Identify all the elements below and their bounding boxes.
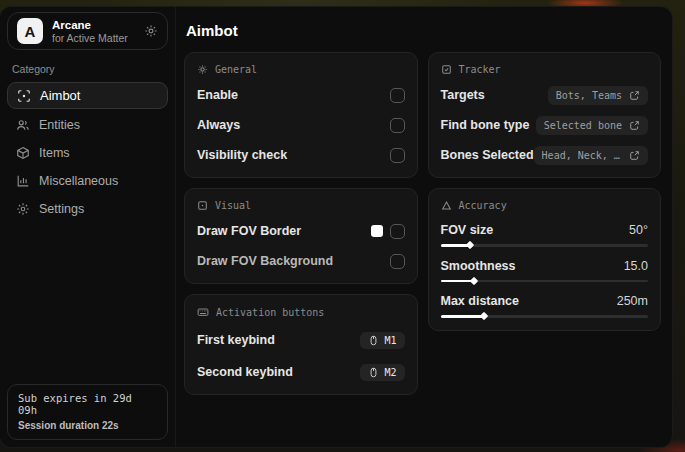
app-subtitle: for Active Matter bbox=[52, 32, 128, 44]
keyboard-icon bbox=[197, 306, 209, 318]
general-card-header: General bbox=[197, 62, 405, 75]
always-checkbox[interactable] bbox=[390, 118, 405, 133]
main-content: Aimbot General bbox=[176, 7, 672, 447]
slider-value: 250m bbox=[617, 294, 648, 308]
sidebar: A Arcane for Active Matter Category bbox=[0, 7, 176, 447]
bones-selected-dropdown[interactable]: Head, Neck, Body, Pe.. bbox=[534, 146, 648, 165]
setting-row-targets: Targets Bots, Teams bbox=[441, 85, 649, 105]
first-keybind-button[interactable]: M1 bbox=[360, 332, 404, 349]
setting-row-fov-size: FOV size 50° bbox=[441, 223, 649, 247]
setting-row-find-bone-type: Find bone type Selected bone bbox=[441, 115, 649, 135]
slider-thumb[interactable] bbox=[469, 277, 477, 285]
frame-icon bbox=[197, 200, 208, 211]
smoothness-slider[interactable] bbox=[441, 280, 649, 283]
page-title: Aimbot bbox=[186, 22, 661, 39]
tracker-icon bbox=[441, 64, 452, 75]
sidebar-item-label: Miscellaneous bbox=[39, 174, 118, 188]
setting-label: Max distance bbox=[441, 294, 520, 308]
game-background: A Arcane for Active Matter Category bbox=[0, 0, 685, 452]
keybind-value: M1 bbox=[384, 335, 396, 346]
content-columns: General Enable Always Visibility check bbox=[184, 52, 661, 395]
sidebar-item-settings[interactable]: Settings bbox=[7, 196, 168, 221]
dropdown-value: Bots, Teams bbox=[556, 90, 622, 101]
session-duration-text: Session duration 22s bbox=[18, 420, 157, 431]
slider-value: 15.0 bbox=[624, 259, 648, 273]
find-bone-type-dropdown[interactable]: Selected bone bbox=[536, 116, 648, 135]
gear-icon bbox=[16, 202, 30, 216]
max-distance-slider[interactable] bbox=[441, 315, 649, 318]
subscription-card: Sub expires in 29d 09h Session duration … bbox=[7, 384, 168, 440]
setting-label: Visibility check bbox=[197, 148, 287, 162]
dropdown-value: Selected bone bbox=[544, 120, 622, 131]
left-column: General Enable Always Visibility check bbox=[184, 52, 418, 395]
settings-gear-icon[interactable] bbox=[144, 24, 158, 38]
right-column: Tracker Targets Bots, Teams bbox=[428, 52, 662, 395]
slider-thumb[interactable] bbox=[480, 312, 488, 320]
entities-icon bbox=[16, 118, 30, 132]
crosshair-icon bbox=[17, 89, 31, 103]
expand-icon bbox=[629, 120, 640, 131]
slider-thumb[interactable] bbox=[465, 241, 473, 249]
sidebar-item-miscellaneous[interactable]: Miscellaneous bbox=[7, 168, 168, 193]
fov-border-controls bbox=[371, 224, 405, 239]
setting-row-smoothness: Smoothness 15.0 bbox=[441, 259, 649, 283]
sidebar-item-aimbot[interactable]: Aimbot bbox=[7, 82, 168, 109]
sidebar-item-entities[interactable]: Entities bbox=[7, 112, 168, 137]
slider-fill bbox=[441, 280, 474, 283]
setting-label: FOV size bbox=[441, 223, 494, 237]
app-logo: A bbox=[17, 18, 43, 44]
setting-label: Smoothness bbox=[441, 259, 516, 273]
fov-border-checkbox[interactable] bbox=[390, 224, 405, 239]
fov-border-color-swatch[interactable] bbox=[371, 225, 383, 237]
brand-card: A Arcane for Active Matter bbox=[7, 12, 168, 50]
setting-label: Draw FOV Border bbox=[197, 224, 301, 238]
triangle-icon bbox=[441, 200, 452, 211]
setting-row-second-keybind: Second keybind M2 bbox=[197, 362, 405, 382]
chart-icon bbox=[16, 174, 30, 188]
sidebar-item-label: Settings bbox=[39, 202, 84, 216]
setting-row-max-distance: Max distance 250m bbox=[441, 294, 649, 318]
expand-icon bbox=[629, 90, 640, 101]
brand-text: Arcane for Active Matter bbox=[52, 19, 128, 44]
sun-icon bbox=[197, 64, 208, 75]
card-header-label: Activation buttons bbox=[216, 307, 324, 318]
sidebar-item-label: Items bbox=[39, 146, 70, 160]
app-logo-letter: A bbox=[25, 23, 36, 40]
setting-row-visibility-check: Visibility check bbox=[197, 145, 405, 165]
category-label: Category bbox=[12, 63, 163, 75]
sidebar-item-label: Entities bbox=[39, 118, 80, 132]
accuracy-card-header: Accuracy bbox=[441, 198, 649, 211]
expand-icon bbox=[629, 150, 640, 161]
setting-label: Enable bbox=[197, 88, 238, 102]
tracker-card: Tracker Targets Bots, Teams bbox=[428, 52, 662, 178]
activation-card: Activation buttons First keybind bbox=[184, 294, 418, 395]
dropdown-value: Head, Neck, Body, Pe.. bbox=[542, 150, 622, 161]
visibility-check-checkbox[interactable] bbox=[390, 148, 405, 163]
setting-row-first-keybind: First keybind M1 bbox=[197, 330, 405, 350]
setting-label: Second keybind bbox=[197, 365, 293, 379]
category-nav: Aimbot Entities bbox=[7, 82, 168, 221]
tracker-card-header: Tracker bbox=[441, 62, 649, 75]
slider-fill bbox=[441, 244, 470, 247]
setting-label: First keybind bbox=[197, 333, 275, 347]
fov-size-slider[interactable] bbox=[441, 244, 649, 247]
setting-row-always: Always bbox=[197, 115, 405, 135]
sidebar-item-items[interactable]: Items bbox=[7, 140, 168, 165]
setting-row-fov-background: Draw FOV Background bbox=[197, 251, 405, 271]
setting-label: Find bone type bbox=[441, 118, 530, 132]
targets-dropdown[interactable]: Bots, Teams bbox=[548, 86, 648, 105]
activation-card-header: Activation buttons bbox=[197, 304, 405, 318]
cube-icon bbox=[16, 146, 30, 160]
enable-checkbox[interactable] bbox=[390, 88, 405, 103]
app-title: Arcane bbox=[52, 19, 128, 31]
accuracy-card: Accuracy FOV size 50° bbox=[428, 188, 662, 331]
fov-background-checkbox[interactable] bbox=[390, 254, 405, 269]
mouse-icon bbox=[368, 367, 379, 378]
card-header-label: Tracker bbox=[459, 64, 501, 75]
visual-card: Visual Draw FOV Border Draw FOV Backgrou… bbox=[184, 188, 418, 284]
visual-card-header: Visual bbox=[197, 198, 405, 211]
card-header-label: Visual bbox=[215, 200, 251, 211]
setting-row-bones-selected: Bones Selected Head, Neck, Body, Pe.. bbox=[441, 145, 649, 165]
second-keybind-button[interactable]: M2 bbox=[360, 364, 404, 381]
slider-fill bbox=[441, 315, 485, 318]
